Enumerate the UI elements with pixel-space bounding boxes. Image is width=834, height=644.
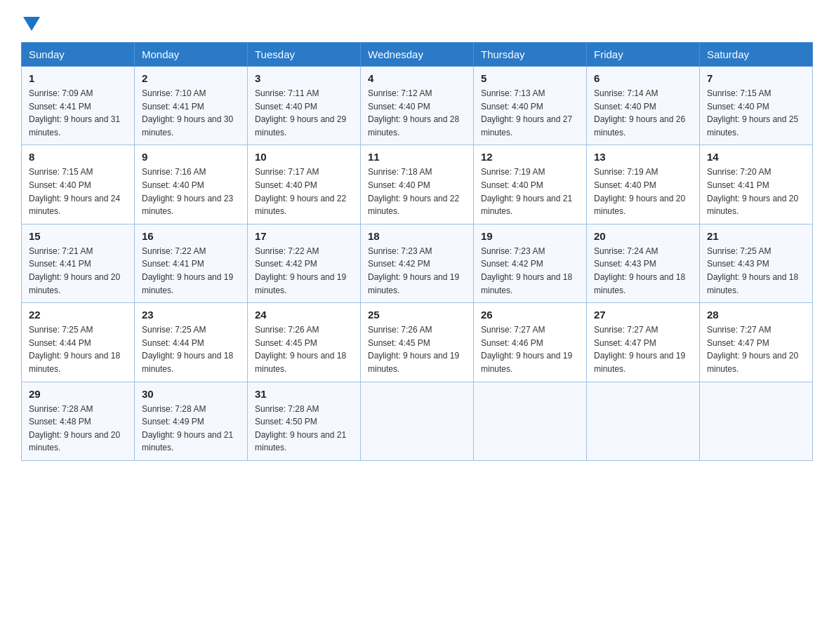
day-info: Sunrise: 7:09 AMSunset: 4:41 PMDaylight:…: [29, 88, 120, 137]
day-number: 10: [255, 151, 353, 163]
calendar-cell: 20Sunrise: 7:24 AMSunset: 4:43 PMDayligh…: [587, 224, 700, 302]
day-number: 9: [142, 151, 240, 163]
calendar-cell: 28Sunrise: 7:27 AMSunset: 4:47 PMDayligh…: [700, 303, 813, 382]
calendar-week-1: 1Sunrise: 7:09 AMSunset: 4:41 PMDaylight…: [22, 67, 813, 145]
calendar-header-sunday: Sunday: [22, 43, 135, 67]
calendar-week-5: 29Sunrise: 7:28 AMSunset: 4:48 PMDayligh…: [22, 382, 813, 460]
day-info: Sunrise: 7:22 AMSunset: 4:41 PMDaylight:…: [142, 246, 233, 295]
calendar-cell: 23Sunrise: 7:25 AMSunset: 4:44 PMDayligh…: [135, 303, 248, 382]
calendar-cell: 8Sunrise: 7:15 AMSunset: 4:40 PMDaylight…: [22, 145, 135, 224]
calendar-header-wednesday: Wednesday: [361, 43, 474, 67]
calendar-cell: 12Sunrise: 7:19 AMSunset: 4:40 PMDayligh…: [474, 145, 587, 224]
day-number: 18: [368, 230, 466, 242]
calendar-cell: 11Sunrise: 7:18 AMSunset: 4:40 PMDayligh…: [361, 145, 474, 224]
calendar-cell: 14Sunrise: 7:20 AMSunset: 4:41 PMDayligh…: [700, 145, 813, 224]
day-number: 16: [142, 230, 240, 242]
day-info: Sunrise: 7:17 AMSunset: 4:40 PMDaylight:…: [255, 167, 346, 216]
day-number: 27: [594, 309, 692, 321]
calendar-cell: 31Sunrise: 7:28 AMSunset: 4:50 PMDayligh…: [248, 382, 361, 460]
calendar-cell: 9Sunrise: 7:16 AMSunset: 4:40 PMDaylight…: [135, 145, 248, 224]
calendar-header-tuesday: Tuesday: [248, 43, 361, 67]
day-info: Sunrise: 7:27 AMSunset: 4:47 PMDaylight:…: [594, 325, 685, 374]
day-number: 29: [29, 388, 127, 400]
calendar-cell: 19Sunrise: 7:23 AMSunset: 4:42 PMDayligh…: [474, 224, 587, 302]
calendar-week-4: 22Sunrise: 7:25 AMSunset: 4:44 PMDayligh…: [22, 303, 813, 382]
day-info: Sunrise: 7:19 AMSunset: 4:40 PMDaylight:…: [481, 167, 572, 216]
calendar-cell: 17Sunrise: 7:22 AMSunset: 4:42 PMDayligh…: [248, 224, 361, 302]
calendar-cell: [700, 382, 813, 460]
calendar-cell: [474, 382, 587, 460]
day-info: Sunrise: 7:19 AMSunset: 4:40 PMDaylight:…: [594, 167, 685, 216]
calendar-cell: 26Sunrise: 7:27 AMSunset: 4:46 PMDayligh…: [474, 303, 587, 382]
calendar-cell: 13Sunrise: 7:19 AMSunset: 4:40 PMDayligh…: [587, 145, 700, 224]
day-info: Sunrise: 7:28 AMSunset: 4:50 PMDaylight:…: [255, 404, 346, 453]
day-info: Sunrise: 7:25 AMSunset: 4:43 PMDaylight:…: [707, 246, 798, 295]
calendar-cell: 5Sunrise: 7:13 AMSunset: 4:40 PMDaylight…: [474, 67, 587, 145]
calendar-cell: 24Sunrise: 7:26 AMSunset: 4:45 PMDayligh…: [248, 303, 361, 382]
day-info: Sunrise: 7:28 AMSunset: 4:49 PMDaylight:…: [142, 404, 233, 453]
day-number: 11: [368, 151, 466, 163]
calendar-cell: 22Sunrise: 7:25 AMSunset: 4:44 PMDayligh…: [22, 303, 135, 382]
calendar-cell: [361, 382, 474, 460]
day-number: 20: [594, 230, 692, 242]
day-info: Sunrise: 7:10 AMSunset: 4:41 PMDaylight:…: [142, 88, 233, 137]
day-info: Sunrise: 7:13 AMSunset: 4:40 PMDaylight:…: [481, 88, 572, 137]
day-info: Sunrise: 7:21 AMSunset: 4:41 PMDaylight:…: [29, 246, 120, 295]
calendar-cell: 7Sunrise: 7:15 AMSunset: 4:40 PMDaylight…: [700, 67, 813, 145]
calendar-cell: 6Sunrise: 7:14 AMSunset: 4:40 PMDaylight…: [587, 67, 700, 145]
day-number: 8: [29, 151, 127, 163]
day-number: 3: [255, 72, 353, 84]
calendar-table: SundayMondayTuesdayWednesdayThursdayFrid…: [21, 42, 813, 461]
day-info: Sunrise: 7:16 AMSunset: 4:40 PMDaylight:…: [142, 167, 233, 216]
day-number: 14: [707, 151, 805, 163]
day-number: 13: [594, 151, 692, 163]
day-number: 21: [707, 230, 805, 242]
day-number: 1: [29, 72, 127, 84]
day-info: Sunrise: 7:22 AMSunset: 4:42 PMDaylight:…: [255, 246, 346, 295]
day-info: Sunrise: 7:15 AMSunset: 4:40 PMDaylight:…: [707, 88, 798, 137]
day-number: 15: [29, 230, 127, 242]
calendar-cell: [587, 382, 700, 460]
day-info: Sunrise: 7:11 AMSunset: 4:40 PMDaylight:…: [255, 88, 346, 137]
calendar-cell: 15Sunrise: 7:21 AMSunset: 4:41 PMDayligh…: [22, 224, 135, 302]
calendar-cell: 30Sunrise: 7:28 AMSunset: 4:49 PMDayligh…: [135, 382, 248, 460]
calendar-cell: 10Sunrise: 7:17 AMSunset: 4:40 PMDayligh…: [248, 145, 361, 224]
day-info: Sunrise: 7:15 AMSunset: 4:40 PMDaylight:…: [29, 167, 120, 216]
page-header: [21, 14, 813, 29]
day-number: 25: [368, 309, 466, 321]
day-number: 23: [142, 309, 240, 321]
calendar-week-3: 15Sunrise: 7:21 AMSunset: 4:41 PMDayligh…: [22, 224, 813, 302]
day-info: Sunrise: 7:25 AMSunset: 4:44 PMDaylight:…: [142, 325, 233, 374]
logo: [21, 14, 40, 29]
calendar-cell: 29Sunrise: 7:28 AMSunset: 4:48 PMDayligh…: [22, 382, 135, 460]
day-info: Sunrise: 7:12 AMSunset: 4:40 PMDaylight:…: [368, 88, 459, 137]
day-info: Sunrise: 7:26 AMSunset: 4:45 PMDaylight:…: [255, 325, 346, 374]
day-info: Sunrise: 7:14 AMSunset: 4:40 PMDaylight:…: [594, 88, 685, 137]
day-info: Sunrise: 7:20 AMSunset: 4:41 PMDaylight:…: [707, 167, 798, 216]
day-number: 24: [255, 309, 353, 321]
day-info: Sunrise: 7:18 AMSunset: 4:40 PMDaylight:…: [368, 167, 459, 216]
day-info: Sunrise: 7:28 AMSunset: 4:48 PMDaylight:…: [29, 404, 120, 453]
day-number: 5: [481, 72, 579, 84]
day-number: 31: [255, 388, 353, 400]
day-info: Sunrise: 7:27 AMSunset: 4:46 PMDaylight:…: [481, 325, 572, 374]
calendar-cell: 2Sunrise: 7:10 AMSunset: 4:41 PMDaylight…: [135, 67, 248, 145]
calendar-header-friday: Friday: [587, 43, 700, 67]
day-number: 4: [368, 72, 466, 84]
day-number: 22: [29, 309, 127, 321]
day-number: 6: [594, 72, 692, 84]
day-number: 28: [707, 309, 805, 321]
calendar-header-monday: Monday: [135, 43, 248, 67]
day-number: 19: [481, 230, 579, 242]
calendar-cell: 1Sunrise: 7:09 AMSunset: 4:41 PMDaylight…: [22, 67, 135, 145]
day-info: Sunrise: 7:24 AMSunset: 4:43 PMDaylight:…: [594, 246, 685, 295]
calendar-cell: 3Sunrise: 7:11 AMSunset: 4:40 PMDaylight…: [248, 67, 361, 145]
calendar-cell: 21Sunrise: 7:25 AMSunset: 4:43 PMDayligh…: [700, 224, 813, 302]
calendar-cell: 18Sunrise: 7:23 AMSunset: 4:42 PMDayligh…: [361, 224, 474, 302]
calendar-week-2: 8Sunrise: 7:15 AMSunset: 4:40 PMDaylight…: [22, 145, 813, 224]
day-number: 30: [142, 388, 240, 400]
calendar-header: SundayMondayTuesdayWednesdayThursdayFrid…: [22, 43, 813, 67]
day-info: Sunrise: 7:26 AMSunset: 4:45 PMDaylight:…: [368, 325, 459, 374]
day-info: Sunrise: 7:25 AMSunset: 4:44 PMDaylight:…: [29, 325, 120, 374]
day-number: 2: [142, 72, 240, 84]
